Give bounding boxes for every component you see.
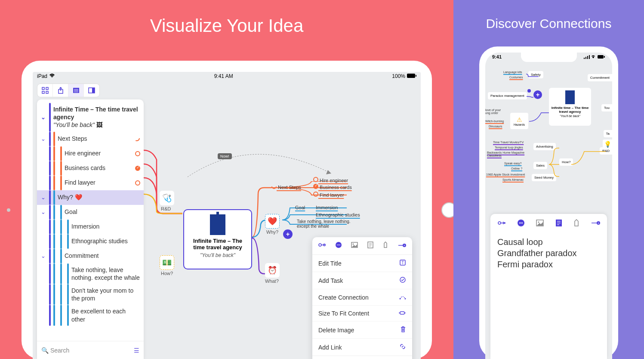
- ph-almanac[interactable]: Sports Almanac: [502, 178, 524, 181]
- ph-commitment[interactable]: Commitment: [588, 74, 612, 81]
- ph-hazards[interactable]: ⚠ Hazards: [510, 113, 528, 129]
- branch-how: How?: [161, 271, 173, 276]
- money-icon[interactable]: 💵: [160, 255, 174, 270]
- svg-rect-5: [46, 91, 48, 93]
- grid-icon[interactable]: [37, 84, 53, 97]
- more-icon[interactable]: [335, 241, 342, 250]
- outline-excellent[interactable]: Be excellent to each other: [37, 305, 144, 325]
- stethoscope-icon[interactable]: 🩺: [160, 191, 174, 205]
- map-nextsteps[interactable]: Next Steps: [271, 184, 301, 190]
- add-child-icon[interactable]: +: [318, 241, 326, 250]
- ph-safety[interactable]: Safety: [528, 71, 543, 78]
- chevron-down-icon[interactable]: ⌄: [37, 194, 49, 201]
- ipad-camera: [7, 208, 10, 212]
- list-icon[interactable]: [68, 84, 84, 97]
- ctx-add-link[interactable]: Add Link: [312, 339, 412, 356]
- chevron-down-icon[interactable]: ⌄: [37, 253, 49, 259]
- ph-add-button[interactable]: +: [533, 90, 542, 99]
- ph-lightbulb-icon[interactable]: 💡: [603, 139, 612, 149]
- outline-commitment[interactable]: ⌄ Commitment: [37, 249, 144, 263]
- add-sibling-icon[interactable]: +: [397, 242, 406, 250]
- ph-center-node[interactable]: Infinite time – The time travel agency "…: [549, 88, 591, 126]
- task-empty-icon: [135, 180, 140, 186]
- ph-touch[interactable]: Tou: [601, 104, 612, 111]
- outline-search[interactable]: 🔍 Search ☰: [37, 341, 144, 359]
- ph-advertising[interactable]: Advertising: [533, 143, 556, 150]
- outline-mom[interactable]: Don't take your mom to the prom: [37, 284, 144, 305]
- ph-jingles[interactable]: Temporal loop jingles: [495, 146, 523, 149]
- map-goal[interactable]: Goal: [295, 205, 305, 210]
- iphone-time: 9:41: [492, 54, 502, 60]
- center-node[interactable]: Infinite Time – The time travel agency "…: [183, 209, 252, 269]
- sidebar-toggle-icon[interactable]: [84, 84, 99, 97]
- svg-text:T: T: [401, 260, 404, 265]
- outline-ethno[interactable]: Ethnographic studies: [37, 234, 144, 249]
- chevron-down-icon[interactable]: ⌄: [37, 209, 49, 215]
- outline-lawyer[interactable]: Find lawyer: [37, 176, 144, 190]
- outline-why[interactable]: ⌄ Why? ❤️: [37, 190, 144, 205]
- outline-goal[interactable]: ⌄ Goal: [37, 205, 144, 220]
- note-icon[interactable]: [555, 219, 562, 229]
- ctx-edit-title[interactable]: Edit TitleT: [312, 255, 412, 272]
- outline-nextsteps[interactable]: ⌄ Next Steps: [37, 132, 144, 146]
- ctx-create-connection[interactable]: Create Connection: [312, 289, 412, 306]
- chevron-down-icon[interactable]: ⌄: [37, 136, 49, 142]
- outline-takenothing[interactable]: Take nothing, leave nothing. except the …: [37, 263, 144, 284]
- more-icon[interactable]: [517, 219, 525, 229]
- context-menu-footer: ↶ ✂ ⧉ 📋 🗑 ↷: [312, 356, 412, 359]
- share-icon[interactable]: [53, 84, 68, 97]
- outline-hire[interactable]: Hire engineer: [37, 146, 144, 161]
- ph-witch[interactable]: Witch-burning: [485, 120, 504, 123]
- ph-movies[interactable]: Time Travel Movies/TV: [493, 141, 524, 144]
- image-icon[interactable]: [536, 220, 544, 228]
- map-ethno[interactable]: Ethnographic studies: [316, 212, 360, 217]
- outline-biz[interactable]: Business cards: [37, 161, 144, 176]
- filter-icon[interactable]: ☰: [134, 347, 139, 354]
- map-lawyer[interactable]: Find lawyer: [313, 192, 344, 198]
- ctx-size-fit[interactable]: Size To Fit Content: [312, 306, 412, 322]
- style-icon[interactable]: [382, 241, 388, 250]
- ph-lang[interactable]: Language kits: [503, 71, 522, 74]
- ph-paradox-mgmt[interactable]: Paradox management: [488, 92, 527, 99]
- note-icon[interactable]: [367, 241, 373, 250]
- chevron-down-icon[interactable]: ⌄: [37, 114, 49, 121]
- image-icon[interactable]: [351, 242, 358, 250]
- ph-love[interactable]: love of your ong order: [485, 108, 501, 115]
- wifi-icon: [49, 73, 55, 79]
- ph-online[interactable]: Online ?: [511, 167, 522, 170]
- ipad-screen: iPad 9:41 AM 100%: [33, 72, 421, 359]
- iphone-status-icons: [584, 54, 605, 60]
- ph-how[interactable]: How?: [559, 158, 573, 166]
- add-child-icon[interactable]: [497, 220, 506, 228]
- ph-dinos[interactable]: Dinosaurs: [489, 125, 502, 128]
- heart-icon[interactable]: ❤️: [265, 214, 280, 229]
- svg-point-18: [338, 244, 339, 245]
- iphone-note-content[interactable]: Causal loop Grandfather paradox Fermi pa…: [497, 236, 600, 270]
- ph-apple[interactable]: 1980 Apple Stock investment: [486, 173, 525, 176]
- add-sibling-icon[interactable]: +: [591, 220, 600, 228]
- iphone-mindmap[interactable]: Language kits Costumes Safety Commitment…: [485, 65, 612, 212]
- svg-point-32: [405, 298, 406, 300]
- ph-sales[interactable]: Sales: [533, 162, 547, 169]
- style-icon[interactable]: [573, 219, 579, 229]
- outline-immersion[interactable]: Immersion: [37, 220, 144, 234]
- ph-seed[interactable]: Seed Money: [532, 174, 556, 181]
- add-node-button[interactable]: +: [283, 229, 293, 239]
- ph-backwards[interactable]: Backwards Home Magazine Classifieds: [487, 151, 524, 157]
- svg-rect-12: [92, 88, 95, 93]
- map-immersion[interactable]: Immersion: [316, 205, 338, 210]
- ctx-add-task[interactable]: Add Task: [312, 272, 412, 289]
- outline-title-row[interactable]: ⌄ Infinite Time – The time travel agency…: [37, 103, 144, 132]
- alarm-clock-icon[interactable]: ⏰: [265, 263, 280, 278]
- svg-rect-40: [604, 56, 605, 58]
- svg-point-34: [134, 136, 139, 141]
- ph-costumes[interactable]: Costumes: [509, 76, 523, 79]
- ph-ta[interactable]: Ta: [604, 130, 612, 137]
- svg-rect-4: [42, 91, 44, 93]
- ctx-delete-image[interactable]: Delete Image: [312, 322, 412, 339]
- ph-speakeasy[interactable]: Speak easy?: [504, 162, 521, 165]
- map-hire[interactable]: Hire engineer: [313, 177, 348, 183]
- center-node-subtitle: "You'll be back": [187, 252, 249, 258]
- map-biz[interactable]: Business cards: [313, 184, 352, 190]
- map-takenothing[interactable]: Take nothing, leave nothing. except the …: [297, 219, 351, 229]
